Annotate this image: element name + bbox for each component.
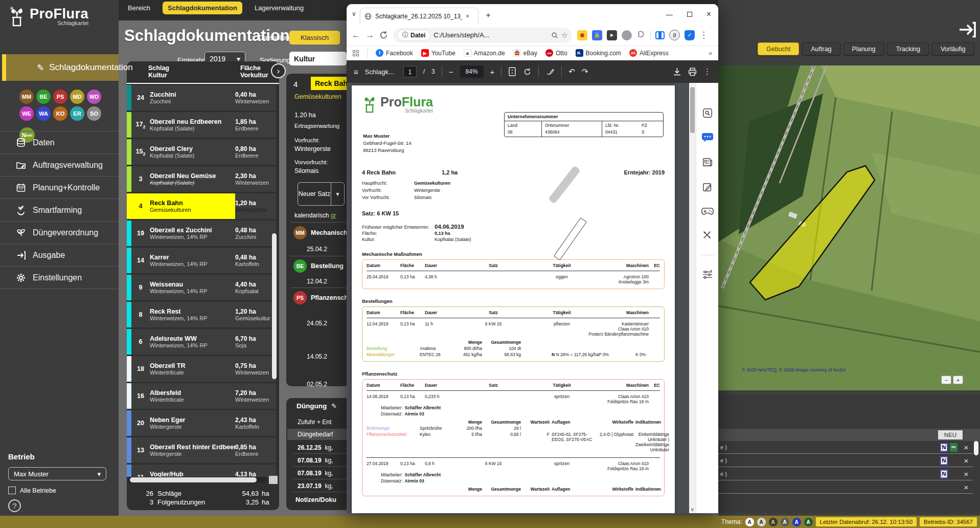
undo-icon[interactable]: ↶ (568, 67, 575, 76)
sidebar-tools-icon[interactable] (702, 230, 713, 241)
extension-shield-icon[interactable]: 🔒 (592, 30, 602, 40)
filter-planung[interactable]: Planung (844, 42, 884, 55)
split-tab-icon[interactable] (655, 31, 665, 39)
bookmark-otto[interactable]: ottoOtto (545, 49, 567, 57)
timeline-pflanzenschutz[interactable]: Pflanzensch (311, 294, 348, 301)
field-row[interactable]: 24ZucchiniZucchini0,40 haWinterweizen (127, 85, 276, 111)
close-icon[interactable]: × (960, 456, 973, 465)
tab-bereich[interactable]: Bereich (123, 2, 155, 14)
extension-video-icon[interactable]: ▶ (607, 30, 617, 40)
filter-tracking[interactable]: Tracking (887, 42, 928, 55)
badge-wd[interactable]: WD (87, 90, 101, 104)
zufuhr-row[interactable]: Zufuhr + Ent (286, 419, 351, 426)
theme-swatch-3[interactable]: A (769, 518, 778, 526)
sidebar-item-einstellungen[interactable]: Einstellungen (0, 267, 119, 289)
zoom-out-icon[interactable]: − (449, 68, 453, 76)
sidebar-item-planung-kontrolle[interactable]: Planung+Kontrolle (0, 177, 119, 199)
sidebar-item-daten[interactable]: Daten (0, 131, 119, 154)
vertical-scrollbar[interactable] (272, 233, 277, 379)
scrollbar-thumb[interactable] (130, 477, 257, 482)
sidebar-item-schlagdokumentation[interactable]: ✎ Schlagdokumentation (2, 54, 119, 81)
pencil-icon[interactable]: ✎ (331, 402, 337, 410)
theme-swatch-1[interactable]: A (745, 518, 754, 526)
new-tab-button[interactable]: + (486, 10, 491, 20)
view-link[interactable]: gr (331, 212, 336, 219)
field-row[interactable]: 19Oberzell ex ZucchiniWinterweizen, 14% … (127, 221, 276, 246)
panel-row[interactable]: e ) N PK × (718, 441, 973, 454)
duengebedarf-row[interactable]: Düngebedarf (287, 429, 351, 440)
scroll-down-icon[interactable]: ∨ (689, 507, 696, 512)
profile-avatar[interactable]: 8 (669, 30, 680, 40)
theme-swatch-5[interactable]: A (792, 518, 801, 526)
file-scheme-chip[interactable]: ⓘ Datei (397, 30, 430, 41)
badge-md[interactable]: MD (70, 90, 84, 104)
sidebar-item-smartfarming[interactable]: Smartfarming (0, 199, 119, 222)
duengung-row[interactable]: 07.08.19 kg, (286, 470, 351, 477)
filter-vorlaeufig[interactable]: Vorläufig (932, 42, 974, 55)
sidebar-compose-icon[interactable] (702, 182, 713, 193)
panel-row[interactable]: e ) N × (718, 468, 973, 480)
timeline-date[interactable]: 25.04.2 (307, 246, 327, 253)
puzzle-icon[interactable] (636, 31, 646, 40)
pdf-scrollbar[interactable]: ∨ (689, 83, 696, 513)
annotate-pen-icon[interactable] (545, 67, 555, 76)
close-icon[interactable]: × (960, 443, 973, 452)
field-row[interactable]: 16AlbersfeldWintertriticale7,20 haWinter… (127, 383, 276, 409)
badge-we[interactable]: WE (19, 106, 34, 121)
theme-swatch-4[interactable]: A (781, 518, 789, 526)
apps-grid-icon[interactable] (353, 50, 359, 56)
close-window-button[interactable]: × (706, 10, 711, 19)
field-row-selected[interactable]: 4Reck BahnGemüsekulturen1,20 haWinterger… (127, 193, 276, 219)
bookmark-facebook[interactable]: fFacebook (376, 49, 413, 57)
field-row[interactable]: 9WeissenauWinterweizen, 14% RP4,40 haKop… (127, 275, 276, 300)
help-button[interactable]: ? (8, 499, 21, 512)
field-row[interactable]: 18Oberzell TRWintertriticale0,75 haWinte… (127, 356, 276, 382)
badge-wa[interactable]: WA (36, 106, 51, 121)
timeline-date[interactable]: 12.04.2 (307, 278, 327, 285)
zoom-level[interactable]: 84% (460, 65, 484, 78)
panel-row[interactable]: × (718, 481, 973, 494)
field-row[interactable]: 152Oberzell CleryKopfsalat (Salate)0,80 … (127, 139, 276, 165)
alle-betriebe-checkbox[interactable]: Alle Betriebe (8, 487, 110, 494)
panel-row[interactable]: e ) N × (718, 454, 973, 467)
browser-tab[interactable]: Schlagkarte_26.12.2025 10_13_4 × (360, 8, 478, 25)
field-row[interactable]: 14KarrerWinterweizen, 14% RP0,48 haKarto… (127, 248, 276, 273)
logout-icon[interactable] (958, 20, 977, 40)
sidebar-item-auftragsverwaltung[interactable]: Auftragsverwaltung (0, 154, 119, 177)
field-row[interactable]: 6Adelsreute WWWinterweizen, 14% RP6,70 h… (127, 329, 276, 355)
browser-menu-icon[interactable]: ⋮ (699, 30, 708, 40)
checkbox-box[interactable] (8, 487, 16, 494)
sortierung-select[interactable]: Kultur (289, 52, 347, 65)
bookmarks-overflow-icon[interactable]: » (709, 50, 712, 57)
darstellung-klassisch-button[interactable]: Klassisch (289, 31, 340, 45)
neuer-satz-button[interactable]: Neuer Satz ▼ (298, 182, 345, 206)
note-icon[interactable]: N (940, 443, 948, 452)
duengung-row[interactable]: 26.12.25 kg, (286, 444, 351, 451)
sidebar-news-icon[interactable] (702, 157, 713, 168)
sidebar-settings-icon[interactable] (702, 269, 713, 279)
bookmark-ebay[interactable]: eBay (513, 49, 537, 57)
timeline-bestellung[interactable]: Bestellung (311, 262, 344, 270)
neu-button[interactable]: NEU (938, 430, 963, 439)
security-shield-icon[interactable]: ✓ (685, 30, 695, 40)
pdf-scrollbar-thumb[interactable] (690, 87, 695, 133)
betrieb-select[interactable]: Max Muster ▾ (8, 467, 106, 480)
fit-page-icon[interactable] (508, 67, 516, 76)
theme-swatch-6[interactable]: A (804, 518, 813, 526)
pk-file-icon[interactable]: PK (950, 443, 958, 452)
field-row[interactable]: 3Oberzell Neu GemüseKopfsalat (Salate)2,… (127, 166, 276, 192)
extension-icon[interactable] (577, 30, 587, 40)
badge-ps[interactable]: PS (53, 90, 67, 104)
filter-auftrag[interactable]: Auftrag (802, 42, 840, 55)
close-icon[interactable]: × (960, 483, 973, 492)
timeline-date[interactable]: 14.05.2 (307, 353, 327, 360)
field-row[interactable]: 13Oberzell Rest hinter ErdbeereWinterger… (127, 437, 276, 463)
badge-mm[interactable]: MM (19, 90, 34, 104)
print-icon[interactable] (688, 68, 697, 76)
badge-er[interactable]: ER (70, 106, 84, 121)
pdf-canvas[interactable]: ProFluraSchlagkartei Max MusterGebhard-F… (347, 83, 689, 513)
address-bar[interactable]: ⓘ Datei C:/Users/steph/A... ☆ (393, 28, 572, 43)
bookmark-amazon[interactable]: aAmazon.de (464, 49, 505, 57)
forward-icon[interactable]: → (366, 30, 374, 40)
duengung-row[interactable]: 23.07.19 kg, (286, 482, 351, 490)
